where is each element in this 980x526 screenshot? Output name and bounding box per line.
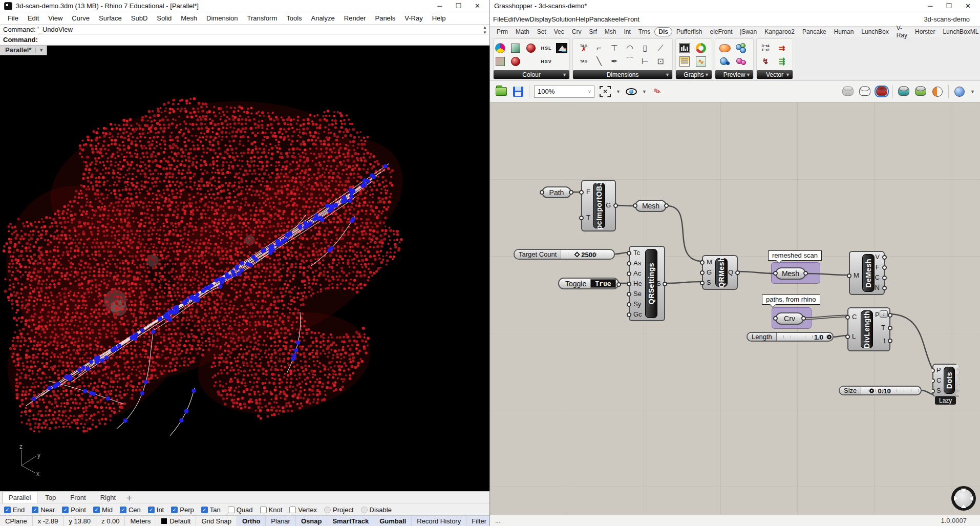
panel-label-colour[interactable]: Colour▼	[494, 70, 569, 79]
marker-dim-icon[interactable]: ✒	[608, 55, 621, 68]
slash-dim-icon[interactable]: ⟋	[654, 42, 667, 54]
tag-delete-icon[interactable]: TAG✗	[578, 42, 590, 54]
target-count-track[interactable]: 2500	[561, 250, 614, 259]
hsv-button[interactable]: HSV	[540, 55, 552, 68]
qrsettings-name-bar[interactable]: QRSettings	[645, 249, 657, 318]
osnap-project[interactable]: Project	[324, 506, 353, 514]
param-crv-output-port[interactable]	[801, 316, 806, 321]
gh-tab-dis[interactable]: Dis	[654, 27, 672, 36]
gh-tab-trns[interactable]: Trns	[635, 28, 654, 36]
zoom-extents-icon[interactable]: ✕	[599, 86, 611, 98]
gh-tab-int[interactable]: Int	[620, 28, 634, 36]
wireframe-preview-icon[interactable]	[859, 86, 871, 98]
menu-file[interactable]: File	[3, 13, 23, 23]
status-cplane[interactable]: CPlane	[0, 516, 33, 526]
divlength-name-bar[interactable]: DivLength	[861, 310, 873, 348]
scroll-down-icon[interactable]: ▼	[483, 30, 487, 35]
gh-maximize-button[interactable]: ☐	[946, 2, 952, 10]
donut-graph-icon[interactable]	[695, 42, 707, 54]
gh-menu-file[interactable]: File	[493, 15, 504, 23]
divlength-port-p[interactable]	[888, 313, 892, 318]
gh-tab-srf[interactable]: Srf	[585, 28, 600, 36]
gradient-cube-icon[interactable]	[509, 42, 522, 54]
osnap-vertex[interactable]: Vertex	[289, 506, 317, 514]
param-mesh-remeshed[interactable]: Mesh	[775, 267, 806, 280]
osnap-tan[interactable]: ✓Tan	[201, 506, 221, 514]
checkbox-vertex[interactable]	[289, 507, 296, 513]
status-gumball[interactable]: Gumball	[374, 516, 412, 526]
pcimport-port-t[interactable]	[579, 216, 584, 220]
divlength-port-l[interactable]	[845, 334, 850, 339]
viewport-dropdown-icon[interactable]: ▼	[35, 48, 44, 53]
checkbox-point[interactable]: ✓	[62, 507, 69, 513]
preview-mode-dropdown-icon[interactable]: ▼	[970, 89, 975, 94]
curve-dim-icon[interactable]: ⌒	[624, 55, 636, 68]
menu-dimension[interactable]: Dimension	[202, 13, 242, 23]
menu-render[interactable]: Render	[339, 13, 371, 23]
note-remeshed-scan[interactable]: remeshed scan	[768, 250, 822, 261]
demesh-port-n[interactable]	[882, 286, 887, 290]
osnap-cen[interactable]: ✓Cen	[120, 506, 141, 514]
size-slider[interactable]: Size 0.10	[839, 386, 922, 395]
qrsettings-port-as[interactable]	[627, 261, 631, 266]
qrsettings-port-gc[interactable]	[627, 312, 631, 317]
toggle-value[interactable]: True	[590, 279, 615, 288]
target-count-slider[interactable]: Target Count 2500	[514, 249, 615, 260]
component-divlength[interactable]: C L DivLength P ↓ T t	[847, 307, 890, 351]
pcimport-port-f[interactable]	[579, 190, 584, 195]
jellybean-preview-icon[interactable]	[719, 42, 731, 54]
sketch-tool-icon[interactable]: ✎	[650, 84, 665, 99]
gh-tab-pancake[interactable]: Pancake	[799, 28, 830, 36]
red-sphere-colour-icon[interactable]	[525, 42, 537, 54]
menu-view[interactable]: View	[44, 13, 67, 23]
rhino-minimize-button[interactable]: ─	[437, 2, 442, 10]
param-mesh-input-port[interactable]	[633, 203, 637, 208]
osnap-mid[interactable]: ✓Mid	[93, 506, 113, 514]
hsl-button[interactable]: HSL	[540, 42, 552, 54]
gh-tab-vray[interactable]: V-Ray	[893, 24, 911, 39]
value-track-icon[interactable]: ∿	[695, 55, 707, 68]
vertical-dim-icon[interactable]: ⊤	[608, 42, 621, 54]
panel-label-dimensions[interactable]: Dimensions▼	[573, 70, 672, 79]
rhino-viewport-canvas[interactable]	[0, 46, 489, 491]
qrsettings-port-se[interactable]	[627, 292, 631, 297]
checkbox-disable[interactable]	[361, 507, 368, 513]
command-prompt-line[interactable]: Command:	[0, 35, 489, 45]
box-dim-icon[interactable]: ▯	[639, 42, 651, 54]
status-default[interactable]: Default	[156, 516, 196, 526]
jitter-arrows-icon[interactable]: ⇉	[776, 42, 788, 54]
gh-tab-msh[interactable]: Msh	[601, 28, 620, 36]
status-y1380[interactable]: y 13.80	[63, 516, 96, 526]
pcimport-name-bar[interactable]: pcImportOBJ	[593, 183, 605, 228]
menu-analyze[interactable]: Analyze	[307, 13, 339, 23]
gh-tab-lunchbox[interactable]: LunchBox	[858, 28, 892, 36]
component-qrsettings[interactable]: Tc As Ac He Se Sy Gc QRSettings S	[629, 246, 665, 321]
rhino-maximize-button[interactable]: ☐	[455, 2, 461, 10]
polyline-dim-icon[interactable]: ⌐	[593, 42, 605, 54]
osnap-end[interactable]: ✓End	[4, 506, 25, 514]
menu-vray[interactable]: V-Ray	[400, 13, 427, 23]
line-dim-icon[interactable]: ╲	[593, 55, 605, 68]
open-file-icon[interactable]	[495, 86, 507, 98]
status-osnap[interactable]: Osnap	[296, 516, 327, 526]
gh-menu-view[interactable]: View	[515, 15, 529, 23]
gh-tab-lunchboxml[interactable]: LunchBoxML	[939, 28, 980, 36]
qrsettings-port-sy[interactable]	[627, 302, 631, 307]
no-preview-icon[interactable]	[842, 86, 854, 98]
component-dots[interactable]: P C S Dots	[932, 364, 960, 397]
selected-preview-icon[interactable]	[953, 86, 966, 98]
scroll-up-icon[interactable]: ▲	[483, 25, 487, 30]
demesh-port-m[interactable]	[847, 273, 851, 278]
menu-edit[interactable]: Edit	[23, 13, 44, 23]
gh-menu-elefront[interactable]: eleFront	[615, 15, 640, 23]
checkbox-end[interactable]: ✓	[4, 507, 11, 513]
qrmesh-port-m[interactable]	[700, 260, 705, 265]
rhino-close-button[interactable]: ✕	[475, 2, 480, 10]
menu-transform[interactable]: Transform	[242, 13, 282, 23]
command-scroll-spinner[interactable]: ▲▼	[481, 25, 488, 35]
spread-arrows-icon[interactable]: ⇶	[776, 55, 788, 68]
sort-icon[interactable]: 3⇢41⇢2	[759, 42, 772, 54]
osnap-perp[interactable]: ✓Perp	[171, 506, 194, 514]
divlength-port-t2[interactable]	[888, 339, 892, 343]
menu-panels[interactable]: Panels	[370, 13, 400, 23]
